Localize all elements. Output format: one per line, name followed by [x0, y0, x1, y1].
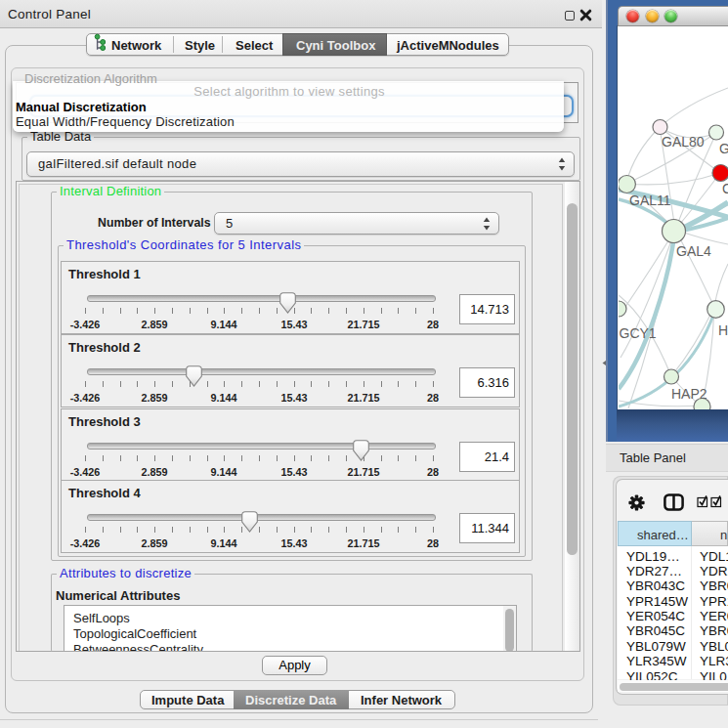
svg-text:GAL4: GAL4 [676, 243, 711, 259]
svg-text:GAL11: GAL11 [629, 193, 671, 208]
svg-text:HAP2: HAP2 [671, 386, 707, 402]
svg-text:H: H [718, 322, 728, 338]
svg-text:GAL80: GAL80 [662, 134, 705, 150]
svg-text:GCY1: GCY1 [619, 325, 656, 341]
svg-text:G: G [719, 141, 728, 156]
svg-text:C: C [722, 181, 728, 196]
